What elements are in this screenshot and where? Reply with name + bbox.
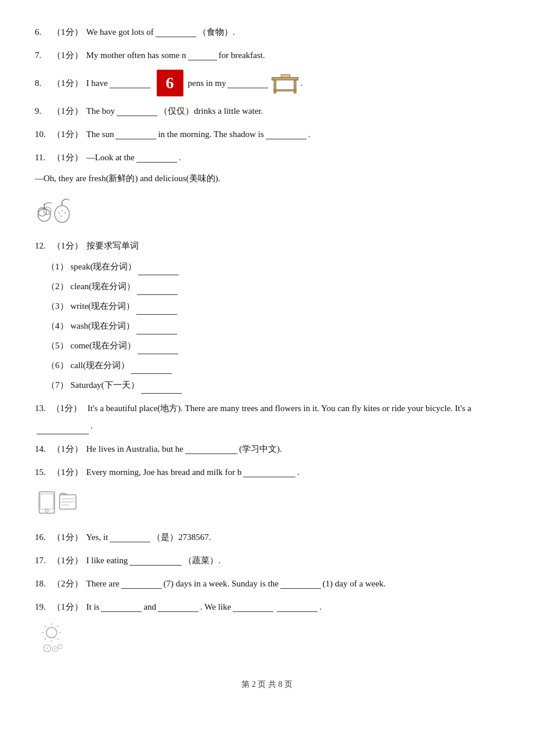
page-footer: 第 2 页 共 8 页 [35,679,499,690]
svg-line-27 [45,626,46,627]
q8-blank1 [110,78,150,88]
question-7: 7. （1分） My mother often has some nfor br… [35,46,499,64]
svg-line-30 [45,638,46,639]
q7-blank [188,50,217,60]
question-17: 17. （1分） I like eating （蔬菜）. [35,552,499,569]
q18-num: 18. [35,575,49,592]
q15-content: Every morning, Joe has bread and milk fo… [86,463,500,481]
q7-score: （1分） [52,46,83,64]
q14-score: （1分） [52,440,83,458]
q9-blank [117,106,157,116]
q10-blank1 [116,129,156,139]
q16-num: 16. [35,528,49,546]
q17-content: I like eating （蔬菜）. [86,552,500,569]
q16-score: （1分） [52,528,83,546]
q19-blank3 [233,602,273,612]
q9-score: （1分） [52,102,83,120]
phone-image-section [35,487,499,521]
q17-num: 17. [35,552,49,569]
q6-content: We have got lots of （食物）. [86,23,500,41]
desk-icon [270,70,300,96]
q18-blank1 [121,578,162,589]
svg-rect-3 [274,89,296,91]
q12-num: 12. [35,237,49,254]
svg-point-11 [58,212,60,214]
q6-num: 6. [35,23,49,41]
q19-score: （1分） [52,598,83,615]
q12-sub4: （4） wash(现在分词） [46,317,499,334]
q8-content: I have 6 pens in my . [86,70,500,96]
q15-score: （1分） [52,463,83,481]
q14-num: 14. [35,440,49,458]
q12-blank6 [131,363,172,374]
svg-rect-4 [281,74,290,77]
q10-content: The sun in the morning. The shadow is. [86,125,500,143]
q12-sub3: （3） write(现在分词） [46,297,499,315]
q12-sub1: （1） speak(现在分词） [46,258,499,275]
svg-rect-15 [39,492,54,513]
q14-content: He lives in Australia, but he (学习中文). [86,440,500,458]
q9-num: 9. [35,102,49,120]
q19-blank1 [101,602,142,612]
q12-blank4 [136,324,177,334]
question-16: 16. （1分） Yes, it （是）2738567. [35,528,499,546]
page-info: 第 2 页 共 8 页 [241,680,293,689]
q12-sub6: （6） call(现在分词） [46,357,499,374]
question-14: 14. （1分） He lives in Australia, but he (… [35,440,499,458]
svg-point-33 [58,645,63,649]
q19-blank2 [158,602,199,612]
q19-blank4 [277,602,317,612]
q11-score: （1分） [52,149,83,166]
q13-score: （1分） [52,404,82,413]
phone-icon [35,487,81,521]
q19-num: 19. [35,598,49,615]
q17-blank [129,555,182,566]
q8-score: （1分） [52,74,83,92]
q13-blank [37,424,89,434]
svg-point-9 [55,206,69,222]
q13-text: 13. （1分） It's a beautiful place(地方). The… [35,399,499,434]
q12-blank3 [136,304,177,315]
q15-blank [243,467,295,477]
svg-point-21 [45,509,48,512]
gear-image-section [35,621,499,656]
svg-point-13 [64,212,66,214]
q11-content: —Look at the . [86,149,500,166]
q8-num: 8. [35,74,49,92]
q19-content: It is and . We like . [86,598,500,615]
q12-sub5: （5） come(现在分词） [46,337,499,354]
question-11: 11. （1分） —Look at the . —Oh, they are fr… [35,149,499,187]
svg-line-29 [57,626,59,627]
q6-blank [156,27,196,37]
q12-sub2: （2） clean(现在分词） [46,278,499,295]
q12-blank5 [138,344,178,354]
fruits-icon [35,193,87,230]
gear-icon [35,621,81,656]
q11-blank [136,152,177,163]
q13-num: 13. [35,404,46,413]
q9-content: The boy （仅仅）drinks a little water. [86,102,500,120]
question-6: 6. （1分） We have got lots of （食物）. [35,23,499,41]
q11-num: 11. [35,149,49,166]
svg-point-7 [44,207,51,215]
svg-point-34 [46,647,48,649]
q7-num: 7. [35,46,49,64]
svg-rect-16 [40,494,53,509]
question-15: 15. （1分） Every morning, Joe has bread an… [35,463,499,481]
q10-num: 10. [35,125,49,143]
question-8: 8. （1分） I have 6 pens in my . [35,70,499,96]
fruits-image-section [35,193,499,230]
question-9: 9. （1分） The boy （仅仅）drinks a little wate… [35,102,499,120]
svg-point-22 [46,628,57,638]
q12-blank1 [138,265,179,275]
q14-blank [185,444,237,454]
q11-answer-text: —Oh, they are fresh(新鲜的) and delicious(美… [35,170,221,187]
question-10: 10. （1分） The sun in the morning. The sha… [35,125,499,143]
svg-line-28 [57,638,59,639]
q12-sub7: （7） Saturday(下一天） [46,376,499,394]
question-12: 12. （1分） 按要求写单词 （1） speak(现在分词） （2） clea… [35,237,499,394]
q6-score: （1分） [52,23,83,41]
question-13: 13. （1分） It's a beautiful place(地方). The… [35,399,499,434]
q18-score: （2分） [52,575,83,592]
q12-score: （1分） [52,237,83,254]
